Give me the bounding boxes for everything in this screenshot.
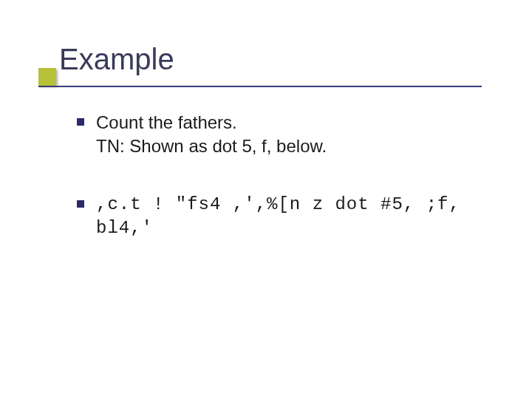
square-bullet-icon: [77, 118, 84, 126]
list-item: ,c.t ! "fs4 ,',%[n z dot #5, ;f, bl4,': [96, 193, 495, 241]
title-accent-square: [38, 68, 56, 86]
square-bullet-icon: [77, 200, 84, 208]
item-text-line1: Count the fathers.: [96, 111, 495, 134]
slide-body: Count the fathers. TN: Shown as dot 5, f…: [96, 111, 495, 266]
list-item: Count the fathers. TN: Shown as dot 5, f…: [96, 111, 495, 159]
title-underline: [38, 86, 482, 87]
slide-title: Example: [59, 43, 174, 76]
slide: Example Count the fathers. TN: Shown as …: [0, 0, 532, 399]
item-code: ,c.t ! "fs4 ,',%[n z dot #5, ;f, bl4,': [96, 193, 495, 241]
title-area: Example: [38, 43, 174, 76]
item-text-line2: TN: Shown as dot 5, f, below.: [96, 134, 495, 158]
